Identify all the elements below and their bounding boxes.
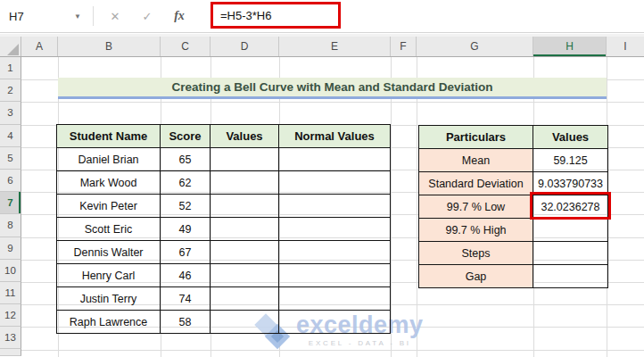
normal-values-cell[interactable]: [279, 218, 391, 241]
score-cell[interactable]: 65: [161, 148, 211, 171]
student-name-cell[interactable]: Raph Lawrence: [57, 311, 161, 334]
row-header-partial[interactable]: [0, 349, 21, 356]
values-cell[interactable]: [211, 311, 279, 334]
table-row: Gap: [419, 265, 608, 288]
header-student-name[interactable]: Student Name: [57, 125, 161, 148]
header-values[interactable]: Values: [211, 125, 279, 148]
header-stats-values[interactable]: Values: [533, 126, 608, 149]
select-all-icon: [7, 44, 19, 55]
student-table-header-row: Student Name Score Values Normal Values: [57, 125, 391, 148]
score-cell[interactable]: 46: [161, 264, 211, 287]
particular-value-cell[interactable]: [533, 265, 608, 288]
student-name-cell[interactable]: Daniel Brian: [57, 148, 161, 171]
normal-values-cell[interactable]: [279, 241, 391, 264]
column-header-h-selected[interactable]: H: [533, 37, 607, 56]
row-header-6[interactable]: 6: [0, 170, 21, 192]
values-cell[interactable]: [211, 218, 279, 241]
enter-icon[interactable]: ✓: [131, 0, 163, 32]
select-all-corner[interactable]: [0, 37, 21, 56]
particular-label-cell[interactable]: 99.7 % High: [419, 219, 533, 242]
score-cell[interactable]: 49: [161, 218, 211, 241]
excel-window: H7 ▼ ✕ ✓ fx =H5-3*H6 A B C D E F G H I 1…: [0, 0, 644, 357]
column-header-e[interactable]: E: [279, 37, 391, 56]
table-row: Kevin Peter 52: [57, 195, 391, 218]
row-header-3[interactable]: 3: [0, 102, 21, 124]
particular-value-cell[interactable]: [533, 219, 608, 242]
score-cell[interactable]: 67: [161, 241, 211, 264]
row-header-10[interactable]: 10: [0, 260, 21, 282]
column-header-g[interactable]: G: [417, 37, 533, 56]
insert-function-icon[interactable]: fx: [163, 0, 195, 32]
table-row: Mean 59.125: [419, 149, 608, 172]
column-header-c[interactable]: C: [161, 37, 211, 56]
sheet-title-cell[interactable]: Creating a Bell Curve with Mean and Stan…: [58, 78, 607, 99]
row-header-2[interactable]: 2: [0, 79, 21, 102]
row-header-11[interactable]: 11: [0, 282, 21, 304]
student-table: Student Name Score Values Normal Values …: [56, 124, 391, 334]
particular-label-cell[interactable]: Steps: [419, 242, 533, 265]
cell-h7-highlight-box: [530, 192, 611, 220]
normal-values-cell[interactable]: [279, 148, 391, 171]
score-cell[interactable]: 58: [161, 311, 211, 334]
score-cell[interactable]: 74: [161, 287, 211, 311]
particular-value-cell[interactable]: 59.125: [533, 149, 608, 172]
particular-value-cell[interactable]: [533, 242, 608, 265]
student-name-cell[interactable]: Kevin Peter: [57, 195, 161, 218]
row-header-5[interactable]: 5: [0, 147, 21, 170]
table-row: Steps: [419, 242, 608, 265]
name-box[interactable]: H7 ▼: [0, 0, 87, 32]
student-name-cell[interactable]: Justin Terry: [57, 287, 161, 311]
column-header-b[interactable]: B: [58, 37, 161, 56]
gridline-horizontal: [21, 102, 644, 103]
table-row: 99.7 % High: [419, 219, 608, 242]
column-header-strip: A B C D E F G H I: [0, 37, 644, 57]
values-cell[interactable]: [211, 195, 279, 218]
student-name-cell[interactable]: Scott Eric: [57, 218, 161, 241]
header-particulars[interactable]: Particulars: [419, 126, 533, 149]
normal-values-cell[interactable]: [279, 264, 391, 287]
row-header-8[interactable]: 8: [0, 214, 21, 237]
table-row: Daniel Brian 65: [57, 148, 391, 171]
header-normal-values[interactable]: Normal Values: [279, 125, 391, 148]
values-cell[interactable]: [211, 171, 279, 195]
student-name-cell[interactable]: Henry Carl: [57, 264, 161, 287]
normal-values-cell[interactable]: [279, 171, 391, 195]
row-header-4[interactable]: 4: [0, 125, 21, 147]
sheet-title-text: Creating a Bell Curve with Mean and Stan…: [171, 80, 492, 94]
row-header-strip: 1 2 3 4 5 6 7 8 9 10 11 12 13: [0, 57, 21, 356]
formula-bar-divider: [93, 6, 94, 26]
student-name-cell[interactable]: Mark Wood: [57, 171, 161, 195]
name-box-value: H7: [9, 10, 24, 23]
column-header-i[interactable]: I: [607, 37, 644, 56]
row-header-1[interactable]: 1: [0, 57, 21, 79]
particular-label-cell[interactable]: Gap: [419, 265, 533, 288]
normal-values-cell[interactable]: [279, 311, 391, 334]
particular-label-cell[interactable]: Mean: [419, 149, 533, 172]
normal-values-cell[interactable]: [279, 287, 391, 311]
particular-label-cell[interactable]: Standard Deviation: [419, 172, 533, 195]
row-header-9[interactable]: 9: [0, 237, 21, 260]
score-cell[interactable]: 62: [161, 171, 211, 195]
row-header-13[interactable]: 13: [0, 327, 21, 349]
row-header-12[interactable]: 12: [0, 304, 21, 327]
column-header-d[interactable]: D: [211, 37, 279, 56]
values-cell[interactable]: [211, 241, 279, 264]
normal-values-cell[interactable]: [279, 195, 391, 218]
column-header-a[interactable]: A: [21, 37, 58, 56]
student-name-cell[interactable]: Dennis Walter: [57, 241, 161, 264]
name-box-dropdown-icon[interactable]: ▼: [74, 12, 81, 21]
formula-input[interactable]: =H5-3*H6: [211, 2, 341, 29]
cancel-icon[interactable]: ✕: [99, 0, 131, 32]
particular-label-cell[interactable]: 99.7 % Low: [419, 195, 533, 219]
values-cell[interactable]: [211, 287, 279, 311]
row-header-7-selected[interactable]: 7: [0, 192, 21, 214]
values-cell[interactable]: [211, 264, 279, 287]
table-row: Henry Carl 46: [57, 264, 391, 287]
header-score[interactable]: Score: [161, 125, 211, 148]
column-header-f[interactable]: F: [391, 37, 417, 56]
formula-text: =H5-3*H6: [220, 9, 271, 22]
values-cell[interactable]: [211, 148, 279, 171]
watermark-tagline: EXCEL - DATA - BI: [296, 339, 424, 347]
table-row: Justin Terry 74: [57, 287, 391, 311]
score-cell[interactable]: 52: [161, 195, 211, 218]
